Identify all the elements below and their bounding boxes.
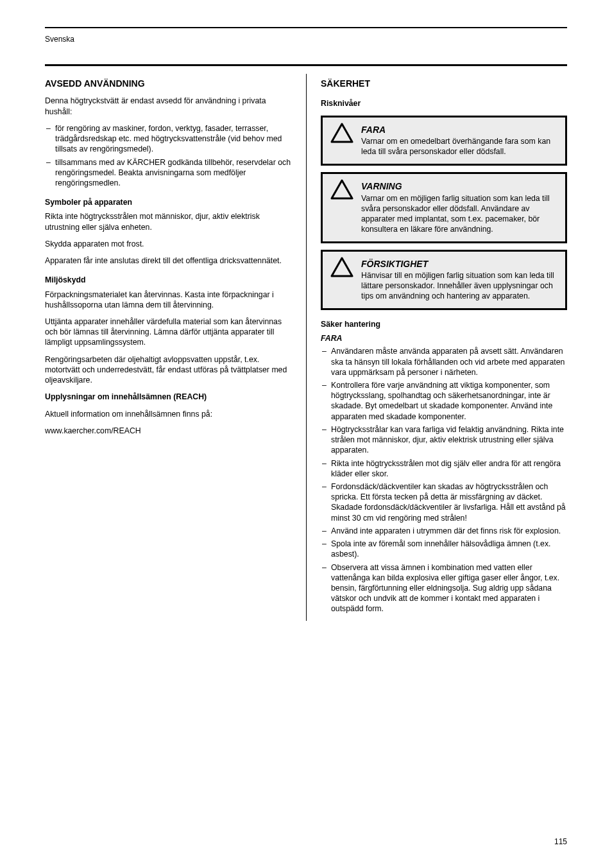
- paragraph: Uttjänta apparater innehåller värdefulla…: [45, 317, 292, 348]
- svg-marker-2: [332, 258, 352, 276]
- list-item: Rikta inte högtrycksstrålen mot dig själ…: [322, 458, 567, 479]
- warning-box-danger: FARA Varnar om en omedelbart överhängand…: [321, 116, 567, 166]
- rule-thick: [45, 64, 567, 66]
- reach-note: Upplysningar om innehållsämnen (REACH): [45, 392, 292, 402]
- subheading-environment: Miljöskydd: [45, 275, 292, 285]
- warning-title: FARA: [361, 124, 557, 135]
- warning-triangle-icon: [330, 179, 353, 200]
- paragraph: Rikta inte högtrycksstrålen mot människo…: [45, 211, 292, 232]
- subheading-safe-handling: Säker hantering: [321, 319, 567, 329]
- list-item: Användaren måste använda apparaten på av…: [322, 346, 567, 378]
- list-item: Fordonsdäck/däckventiler kan skadas av h…: [322, 482, 567, 523]
- warning-box-caution: FÖRSIKTIGHET Hänvisar till en möjligen f…: [321, 250, 567, 310]
- warning-triangle-icon: [330, 257, 353, 277]
- list-item: Spola inte av föremål som innehåller häl…: [322, 539, 567, 559]
- bullet-list: Användaren måste använda apparaten på av…: [321, 346, 567, 614]
- bullet-list: för rengöring av maskiner, fordon, verkt…: [45, 123, 292, 188]
- warning-text: Varnar om en möjligen farlig situation s…: [361, 194, 557, 235]
- rule-top: [45, 27, 567, 28]
- paragraph: Skydda apparaten mot frost.: [45, 239, 292, 249]
- svg-marker-0: [332, 124, 352, 142]
- list-item: Använd inte apparaten i utrymmen där det…: [322, 526, 567, 536]
- warning-text: Varnar om en omedelbart överhängande far…: [361, 137, 557, 157]
- warning-title: VARNING: [361, 180, 557, 192]
- two-column-layout: AVSEDD ANVÄNDNING Denna högtryckstvätt ä…: [45, 74, 567, 621]
- paragraph: Denna högtryckstvätt är endast avsedd fö…: [45, 96, 292, 116]
- list-item: Kontrollera före varje användning att vi…: [322, 380, 567, 422]
- list-item: Högtrycksstrålar kan vara farliga vid fe…: [322, 424, 567, 456]
- list-item: tillsammans med av KÄRCHER godkända till…: [46, 157, 292, 189]
- list-item: Observera att vissa ämnen i kombination …: [322, 562, 567, 614]
- document-page: Svenska AVSEDD ANVÄNDNING Denna högtryck…: [0, 0, 612, 868]
- note-label: Upplysningar om innehållsämnen (REACH): [45, 392, 207, 401]
- subheading-symbols: Symboler på apparaten: [45, 197, 292, 207]
- warning-title: FÖRSIKTIGHET: [361, 258, 557, 270]
- subheading-risk-levels: Risknivåer: [321, 98, 567, 108]
- paragraph: Förpackningsmaterialet kan återvinnas. K…: [45, 290, 292, 310]
- section-title-safety: SÄKERHET: [321, 78, 567, 89]
- paragraph: Rengöringsarbeten där oljehaltigt avlopp…: [45, 354, 292, 386]
- paragraph: www.kaercher.com/REACH: [45, 426, 292, 436]
- paragraph: Aktuell information om innehållsämnen fi…: [45, 409, 292, 419]
- section-title-intended-use: AVSEDD ANVÄNDNING: [45, 78, 292, 89]
- column-right: SÄKERHET Risknivåer FARA Varnar om en om…: [306, 74, 567, 621]
- page-number: 115: [554, 837, 567, 846]
- warning-text: Hänvisar till en möjligen farlig situati…: [361, 271, 557, 302]
- warning-triangle-icon: [330, 123, 353, 143]
- danger-inline-heading: FARA: [321, 333, 567, 343]
- warning-box-warning: VARNING Varnar om en möjligen farlig sit…: [321, 172, 567, 243]
- list-item: för rengöring av maskiner, fordon, verkt…: [46, 123, 292, 155]
- svg-marker-1: [332, 180, 352, 198]
- column-left: AVSEDD ANVÄNDNING Denna högtryckstvätt ä…: [45, 74, 306, 621]
- language-label: Svenska: [45, 35, 567, 44]
- paragraph: Apparaten får inte anslutas direkt till …: [45, 256, 292, 266]
